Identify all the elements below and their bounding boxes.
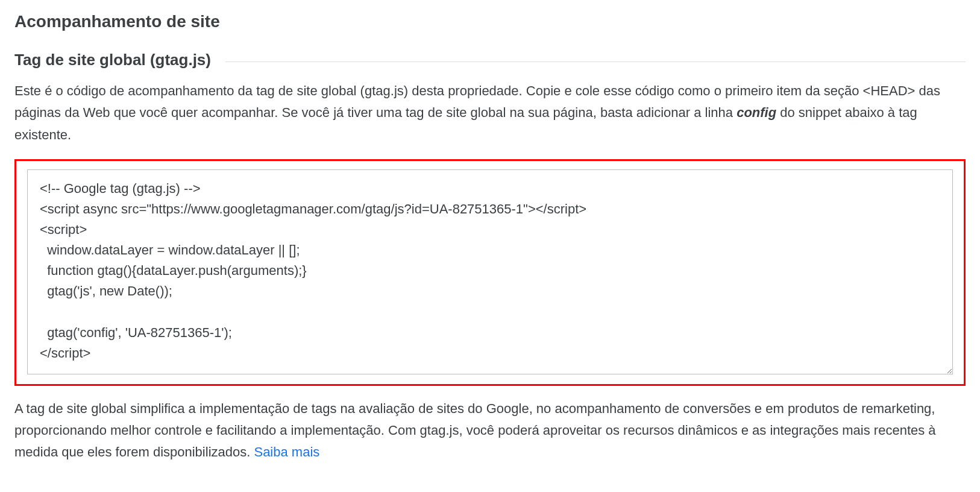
- section-divider: [225, 62, 966, 62]
- tracking-code-textarea[interactable]: [27, 169, 953, 374]
- section-description: Este é o código de acompanhamento da tag…: [14, 80, 966, 146]
- footer-text-content: A tag de site global simplifica a implem…: [14, 401, 936, 460]
- description-config-word: config: [737, 105, 776, 120]
- section-header-row: Tag de site global (gtag.js): [14, 51, 966, 69]
- footer-description: A tag de site global simplifica a implem…: [14, 398, 966, 464]
- learn-more-link[interactable]: Saiba mais: [254, 444, 319, 459]
- code-highlight-box: [14, 159, 966, 386]
- page-title: Acompanhamento de site: [14, 12, 966, 31]
- section-title: Tag de site global (gtag.js): [14, 51, 225, 69]
